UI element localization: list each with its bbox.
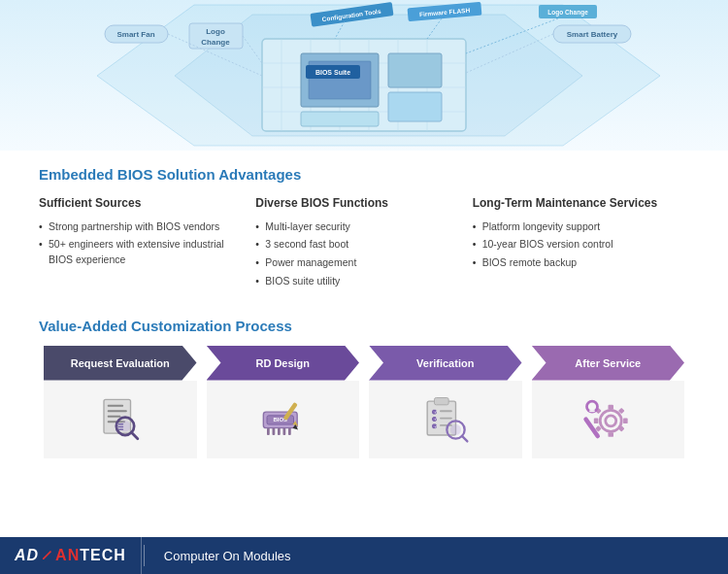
column-title-1: Sufficient Sources: [39, 196, 236, 212]
process-step-2: RD Design BIOS: [202, 346, 365, 458]
bullet-list-2: Multi-layer security 3 second fast boot …: [255, 219, 452, 289]
svg-text:Logo: Logo: [206, 27, 225, 36]
checklist-search-icon: ✓ ✓ ✓: [418, 392, 472, 446]
svg-rect-80: [608, 432, 613, 437]
step-label-4: After Service: [575, 357, 641, 369]
svg-rect-70: [440, 418, 452, 420]
step-label-2: RD Design: [255, 357, 310, 369]
columns-grid: Sufficient Sources Strong partnership wi…: [39, 196, 689, 292]
bullet-1-1: Strong partnership with BIOS vendors: [39, 219, 236, 235]
step-label-1: Request Evaluation: [71, 357, 170, 369]
svg-rect-79: [608, 405, 613, 410]
svg-line-76: [462, 436, 468, 442]
svg-rect-73: [440, 424, 452, 426]
svg-line-46: [132, 432, 138, 438]
process-title: Value-Added Customization Process: [39, 318, 689, 334]
svg-text:Smart Battery: Smart Battery: [567, 30, 618, 39]
svg-rect-15: [388, 53, 442, 87]
svg-point-75: [450, 424, 461, 435]
process-steps: Request Evaluation: [39, 346, 689, 458]
svg-point-78: [606, 416, 616, 426]
step-header-2: RD Design: [207, 346, 360, 381]
svg-rect-58: [282, 428, 285, 435]
svg-rect-82: [623, 419, 628, 424]
bios-chip-icon: BIOS: [256, 392, 310, 446]
column-title-2: Diverse BIOS Functions: [255, 196, 452, 212]
bullet-3-3: BIOS remote backup: [473, 255, 670, 271]
svg-rect-64: [435, 398, 449, 405]
footer-logo: AD⟋ANTECH: [0, 537, 142, 574]
content-section: Embedded BIOS Solution Advantages Suffic…: [0, 151, 728, 318]
svg-text:✓: ✓: [116, 424, 119, 429]
svg-text:BIOS Suite: BIOS Suite: [315, 69, 350, 76]
process-step-3: Verification ✓ ✓ ✓: [364, 346, 527, 458]
svg-rect-81: [594, 419, 599, 424]
bullet-list-3: Platform longevity support 10-year BIOS …: [473, 219, 670, 271]
step-icon-area-1: ✓ ✓: [44, 381, 197, 458]
bullet-2-4: BIOS suite utility: [255, 274, 452, 289]
svg-rect-41: [108, 410, 127, 412]
bullet-list-1: Strong partnership with BIOS vendors 50+…: [39, 219, 236, 268]
bullet-2-3: Power management: [255, 255, 452, 271]
column-long-term: Long-Term Maintenance Services Platform …: [473, 196, 689, 292]
step-header-3: Verification: [369, 346, 522, 381]
svg-rect-42: [108, 416, 121, 418]
step-header-4: After Service: [532, 346, 685, 381]
svg-point-77: [600, 410, 621, 431]
footer-divider: [144, 545, 145, 566]
process-step-1: Request Evaluation: [39, 346, 202, 458]
step-icon-area-2: BIOS: [207, 381, 360, 458]
bullet-2-1: Multi-layer security: [255, 219, 452, 235]
svg-rect-55: [267, 428, 270, 435]
svg-text:✓: ✓: [434, 424, 438, 429]
svg-rect-56: [272, 428, 275, 435]
svg-text:✓: ✓: [434, 410, 438, 415]
column-sufficient-sources: Sufficient Sources Strong partnership wi…: [39, 196, 255, 292]
step-label-3: Verification: [416, 357, 474, 369]
diagram-background: BIOS Suite Configuration Tools Firmware …: [0, 0, 728, 151]
bullet-3-1: Platform longevity support: [473, 219, 670, 235]
svg-rect-49: [118, 429, 124, 430]
svg-rect-67: [440, 410, 452, 412]
bullet-1-2: 50+ engineers with extensive industrial …: [39, 237, 236, 268]
bullet-2-2: 3 second fast boot: [255, 237, 452, 253]
svg-rect-17: [301, 112, 379, 126]
step-header-1: Request Evaluation: [44, 346, 197, 381]
section-title: Embedded BIOS Solution Advantages: [39, 166, 689, 183]
svg-rect-40: [108, 405, 124, 407]
step-icon-area-3: ✓ ✓ ✓: [369, 381, 522, 458]
svg-text:Smart Fan: Smart Fan: [116, 30, 154, 39]
search-doc-icon: ✓ ✓: [93, 392, 147, 446]
process-step-4: After Service: [527, 346, 690, 458]
bullet-3-2: 10-year BIOS version control: [473, 237, 670, 253]
svg-text:Logo Change: Logo Change: [547, 9, 588, 17]
step-icon-area-4: [532, 381, 685, 458]
column-diverse-bios: Diverse BIOS Functions Multi-layer secur…: [255, 196, 472, 292]
column-title-3: Long-Term Maintenance Services: [473, 196, 670, 212]
svg-text:✓: ✓: [434, 417, 438, 422]
svg-text:Change: Change: [201, 38, 230, 47]
process-section: Value-Added Customization Process Reques…: [0, 318, 728, 468]
svg-rect-16: [388, 92, 442, 121]
wrench-gear-icon: [581, 392, 635, 446]
footer-subtitle: Computer On Modules: [147, 549, 309, 563]
svg-rect-57: [278, 428, 281, 435]
svg-rect-59: [288, 428, 291, 435]
footer: AD⟋ANTECH Computer On Modules: [0, 537, 728, 574]
brand-text: AD⟋ANTECH: [15, 547, 126, 564]
diagram-section: BIOS Suite Configuration Tools Firmware …: [0, 0, 728, 151]
